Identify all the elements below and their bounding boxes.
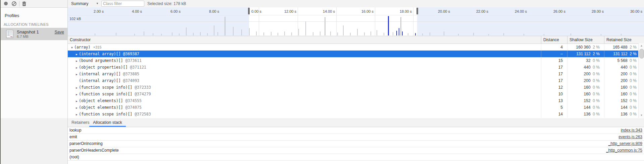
memory-scale-label: 102 kB: [69, 17, 81, 21]
allocation-bar: [249, 28, 250, 35]
column-header-constructor[interactable]: Constructor: [68, 36, 541, 44]
shallow-size-cell: 144 0 %: [567, 104, 604, 111]
table-row[interactable]: ▶(object elements)[] @37455513152 0 %152…: [68, 97, 644, 104]
object-id: @371121: [128, 65, 146, 70]
allocation-bar: [200, 32, 201, 35]
scrollbar-thumb[interactable]: [639, 49, 644, 59]
object-id: @369387: [121, 52, 139, 56]
expand-arrow-icon[interactable]: ▶: [75, 65, 79, 71]
grid-scrollbar[interactable]: ▲ ▼: [638, 43, 644, 118]
table-row[interactable]: ▶(function scope info)[] @37210113136 0 …: [68, 117, 644, 118]
table-row[interactable]: ▶(internal array)[] @37388517200 0 %200 …: [68, 71, 644, 77]
table-row[interactable]: ▶(function scope info)[] @37258314136 0 …: [68, 111, 644, 117]
scroll-down-icon[interactable]: ▼: [639, 114, 644, 117]
allocation-bar: [388, 16, 389, 35]
allocation-bar: [214, 25, 214, 35]
column-header-shallow-size[interactable]: Shallow Size: [567, 36, 604, 44]
frame-source-link[interactable]: index.js:343: [621, 127, 642, 134]
table-row[interactable]: ▶(internal array)[] @369387–131 112 2 %1…: [68, 51, 644, 57]
trash-icon: [22, 1, 27, 6]
frame-function-name: emit: [69, 134, 77, 140]
expand-arrow-icon[interactable]: ▶: [75, 58, 79, 64]
constructor-cell: ▶(internal array)[] @373885: [68, 71, 548, 77]
timeline-tick-label: 4.00 s: [118, 9, 142, 13]
timeline-tick-label: 24.00 s: [503, 9, 527, 13]
record-button[interactable]: [4, 1, 8, 6]
timeline-tick-label: 26.00 s: [542, 9, 565, 13]
distance-cell: 17: [541, 71, 567, 77]
allocation-stack-panel: lookupindex.js:343emitevents.js:263parse…: [68, 127, 644, 164]
table-row[interactable]: ▶(object elements)[] @3740755144 0 %144 …: [68, 104, 644, 111]
table-row[interactable]: ▶(object properties)[] @37112117440 0 %4…: [68, 64, 644, 71]
stack-frame-row[interactable]: parserOnIncoming_http_server.js:809: [68, 141, 644, 147]
clear-all-profiles-button[interactable]: [12, 1, 16, 6]
allocation-timelines-section-header: ALLOCATION TIMELINES: [4, 22, 49, 26]
allocation-bar: [186, 27, 187, 35]
tab-allocation-stack[interactable]: Allocation stack: [89, 118, 126, 127]
class-filter-input[interactable]: [101, 1, 144, 7]
column-header-distance[interactable]: Distance: [541, 36, 567, 44]
distance-cell: 14: [541, 111, 567, 117]
allocation-bar: [116, 33, 116, 35]
sidebar-item-snapshot-1[interactable]: % Snapshot 1 6.7 MB Save: [1, 28, 67, 40]
allocation-bar: [305, 21, 306, 35]
constructor-name: (internal array)[]: [79, 78, 121, 83]
perspective-select[interactable]: Summary: [71, 1, 88, 6]
allocation-bar: [313, 32, 313, 35]
selection-handle-left[interactable]: [248, 8, 250, 14]
table-row[interactable]: ▶(function scope info)[] @37427910160 0 …: [68, 91, 644, 97]
stack-frame-row[interactable]: lookupindex.js:343: [68, 127, 644, 134]
stack-frame-row[interactable]: emitevents.js:263: [68, 134, 644, 141]
expand-arrow-icon[interactable]: ▶: [75, 105, 79, 111]
allocation-bar: [488, 34, 489, 35]
selection-handle-right[interactable]: [416, 8, 418, 14]
expand-arrow-icon[interactable]: ▶: [75, 51, 79, 57]
distance-cell: 13: [541, 117, 567, 118]
scroll-up-icon[interactable]: ▲: [639, 44, 644, 47]
expand-arrow-icon[interactable]: ▶: [75, 85, 79, 91]
table-row[interactable]: ▼(array)×3154160 360 2 %165 488 2 %: [68, 44, 644, 51]
allocation-bar: [350, 33, 351, 35]
chevron-down-icon: ▼: [96, 2, 99, 5]
collapse-arrow-icon[interactable]: ▼: [70, 45, 74, 51]
heap-snapshot-icon: %: [6, 30, 13, 38]
constructor-cell: ▶(function scope info)[] @372101: [68, 117, 548, 118]
expand-arrow-icon[interactable]: ▶: [75, 91, 79, 97]
instance-count-badge: ×315: [93, 45, 101, 49]
heap-grid-header: Constructor Distance Shallow Size Retain…: [68, 36, 644, 44]
frame-source-link[interactable]: _http_common.js:75: [606, 147, 642, 154]
timeline-tick-label: 8.00 s: [196, 9, 219, 13]
table-row[interactable]: ▶(bound arguments)[] @3736111532 0 %5 56…: [68, 57, 644, 64]
stack-frame-row[interactable]: parserOnHeadersComplete_http_common.js:7…: [68, 147, 644, 154]
delete-profile-button[interactable]: [22, 1, 27, 6]
allocation-bar: [225, 17, 226, 35]
save-link[interactable]: Save: [55, 30, 64, 34]
stack-frame-row[interactable]: (root): [68, 154, 644, 161]
constructor-cell: ▶(bound arguments)[] @373611: [68, 57, 548, 64]
allocation-bar: [241, 29, 242, 35]
column-header-retained-size[interactable]: Retained Size: [604, 36, 644, 44]
constructor-name: (bound arguments)[]: [79, 58, 123, 63]
allocation-bar: [377, 30, 377, 35]
shallow-size-cell: 160 360 2 %: [567, 44, 604, 51]
table-row[interactable]: (internal array)[] @37409317200 0 %200 0…: [68, 77, 644, 84]
distance-cell: 12: [541, 84, 567, 91]
shallow-size-cell: 440 0 %: [567, 64, 604, 71]
allocation-bar: [473, 33, 474, 35]
table-row[interactable]: ▶(function scope info)[] @37233312160 0 …: [68, 84, 644, 91]
sidebar-divider: [67, 0, 68, 164]
allocation-timeline-overview[interactable]: 2.00 s4.00 s6.00 s8.00 s0.00 s12.00 s14.…: [68, 7, 644, 36]
expand-arrow-icon[interactable]: ▶: [75, 71, 79, 77]
constructor-name: (function scope info)[]: [79, 85, 132, 90]
timeline-tick-label: 28.00 s: [580, 9, 604, 13]
constructor-name: (object elements)[]: [79, 98, 123, 103]
constructor-cell: (internal array)[] @374093: [68, 77, 548, 84]
frame-source-link[interactable]: _http_server.js:809: [608, 141, 642, 147]
shallow-size-cell: 160 0 %: [567, 91, 604, 97]
frame-source-link[interactable]: events.js:263: [618, 134, 642, 140]
allocation-bar: [571, 33, 571, 35]
expand-arrow-icon[interactable]: ▶: [75, 98, 79, 104]
timeline-tick-label: 30.00 s: [619, 9, 642, 13]
expand-arrow-icon[interactable]: ▶: [75, 111, 79, 117]
allocation-bar: [320, 31, 320, 35]
